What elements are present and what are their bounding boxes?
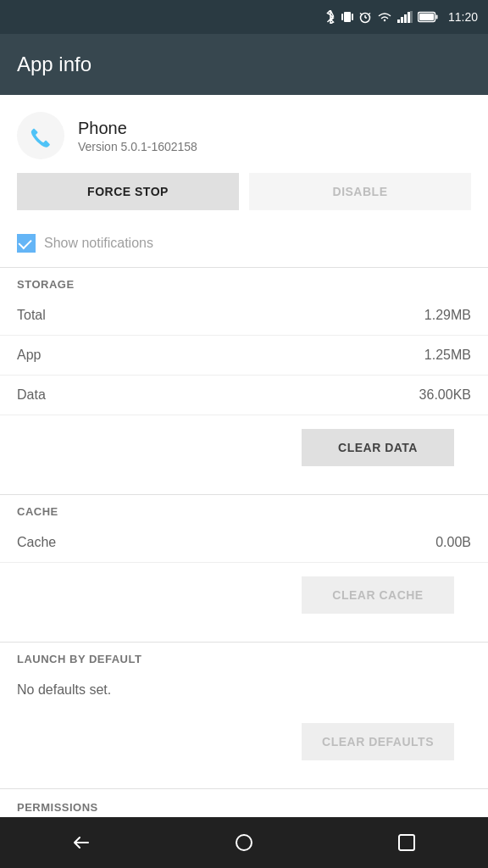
storage-app-label: App	[17, 348, 41, 363]
svg-rect-1	[341, 14, 343, 20]
home-icon	[234, 832, 254, 853]
svg-line-7	[368, 14, 370, 15]
app-info-text: Phone Version 5.0.1-1602158	[78, 119, 197, 153]
svg-rect-0	[344, 12, 351, 22]
svg-rect-8	[397, 19, 400, 23]
app-bar: App info	[0, 34, 488, 95]
cache-label: Cache	[17, 535, 56, 550]
svg-rect-11	[408, 12, 410, 23]
page-title: App info	[17, 53, 92, 76]
status-bar: 11:20	[0, 0, 488, 34]
svg-rect-10	[404, 14, 407, 23]
status-time: 11:20	[448, 10, 478, 24]
no-defaults-text: No defaults set.	[0, 670, 488, 709]
app-version: Version 5.0.1-1602158	[78, 140, 197, 153]
launch-by-default-section: LAUNCH BY DEFAULT No defaults set. CLEAR…	[0, 642, 488, 787]
force-stop-button[interactable]: FORCE STOP	[17, 173, 239, 210]
recents-icon	[397, 833, 416, 852]
show-notifications-checkbox[interactable]	[17, 234, 36, 253]
clear-cache-button[interactable]: CLEAR CACHE	[302, 576, 454, 614]
svg-rect-9	[401, 17, 403, 23]
svg-line-6	[360, 14, 363, 15]
vibrate-icon	[341, 10, 353, 24]
storage-data-value: 36.00KB	[419, 387, 471, 403]
content-area: Phone Version 5.0.1-1602158 FORCE STOP D…	[0, 95, 488, 817]
status-icons: 11:20	[324, 10, 478, 24]
svg-point-17	[236, 835, 252, 850]
app-icon	[17, 112, 64, 159]
clear-data-button[interactable]: CLEAR DATA	[302, 429, 454, 466]
storage-data-label: Data	[17, 387, 46, 403]
back-icon	[71, 832, 92, 853]
action-buttons-row: FORCE STOP DISABLE	[0, 173, 488, 224]
bluetooth-icon	[324, 10, 336, 24]
cache-value: 0.00B	[435, 535, 471, 550]
storage-total-value: 1.29MB	[424, 308, 471, 323]
storage-app-value: 1.25MB	[424, 348, 471, 363]
storage-total-label: Total	[17, 308, 46, 323]
battery-icon	[418, 11, 438, 23]
storage-section: STORAGE Total 1.29MB App 1.25MB Data 36.…	[0, 267, 488, 493]
cache-section-header: CACHE	[0, 494, 488, 523]
svg-rect-2	[352, 14, 353, 20]
storage-data-row: Data 36.00KB	[0, 376, 488, 415]
back-button[interactable]	[56, 817, 107, 868]
show-notifications-label: Show notifications	[44, 236, 153, 251]
svg-point-16	[17, 112, 64, 159]
storage-section-header: STORAGE	[0, 267, 488, 296]
svg-rect-15	[419, 14, 434, 20]
storage-total-row: Total 1.29MB	[0, 296, 488, 336]
notification-row: Show notifications	[0, 224, 488, 266]
launch-by-default-header: LAUNCH BY DEFAULT	[0, 642, 488, 670]
svg-rect-12	[410, 11, 413, 23]
wifi-icon	[377, 11, 392, 23]
cache-section: CACHE Cache 0.00B CLEAR CACHE	[0, 494, 488, 641]
svg-rect-14	[435, 15, 437, 19]
app-name: Phone	[78, 119, 197, 138]
app-header: Phone Version 5.0.1-1602158	[0, 95, 488, 173]
svg-rect-18	[399, 835, 414, 850]
permissions-section-header: PERMISSIONS	[17, 801, 98, 814]
nav-bar	[0, 817, 488, 868]
recents-button[interactable]	[381, 817, 432, 868]
storage-app-row: App 1.25MB	[0, 336, 488, 376]
clear-defaults-button[interactable]: CLEAR DEFAULTS	[302, 723, 454, 760]
disable-button[interactable]: DISABLE	[249, 173, 471, 210]
signal-icon	[397, 11, 413, 23]
checkbox-checked-icon	[17, 234, 36, 253]
home-button[interactable]	[219, 817, 269, 868]
alarm-icon	[358, 10, 372, 24]
cache-row: Cache 0.00B	[0, 523, 488, 563]
permissions-section: PERMISSIONS	[0, 788, 488, 817]
